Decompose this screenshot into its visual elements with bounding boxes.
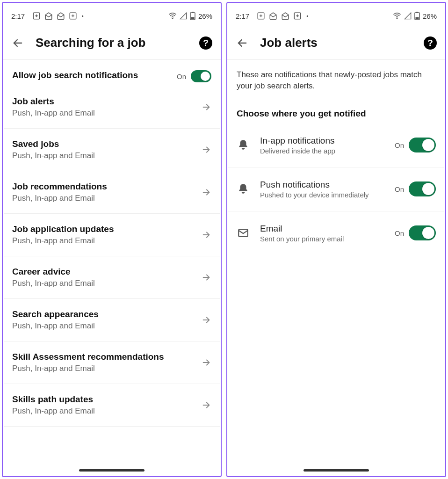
status-bar: 2:17 • 26% (3, 3, 221, 29)
notification-channel-row[interactable]: In-app notifications Delivered inside th… (228, 123, 444, 167)
allow-notifications-toggle[interactable] (191, 70, 211, 82)
setting-sub: Push, In-app and Email (12, 406, 195, 416)
setting-row[interactable]: Job recommendations Push, In-app and Ema… (4, 171, 220, 214)
status-time: 2:17 (11, 12, 25, 20)
chevron-right-icon (201, 102, 211, 112)
chevron-right-icon (201, 272, 211, 283)
svg-point-8 (397, 18, 397, 19)
status-bar: 2:17 • 26% (227, 3, 445, 29)
setting-row[interactable]: Saved jobs Push, In-app and Email (4, 129, 220, 171)
svg-rect-4 (192, 12, 194, 13)
setting-title: Job alerts (12, 96, 195, 107)
home-indicator[interactable] (79, 469, 145, 472)
chevron-right-icon (201, 230, 211, 240)
svg-rect-10 (416, 12, 418, 13)
svg-rect-11 (415, 17, 419, 19)
setting-sub: Push, In-app and Email (12, 194, 195, 203)
channel-sub: Delivered inside the app (260, 147, 384, 155)
toggle-state-text: On (395, 185, 404, 193)
channel-title: Email (260, 224, 384, 234)
setting-sub: Push, In-app and Email (12, 364, 195, 373)
channel-title: In-app notifications (260, 136, 384, 146)
channel-sub: Sent on your primary email (260, 235, 384, 243)
help-button[interactable]: ? (424, 36, 437, 50)
bell-icon (237, 139, 250, 151)
setting-row[interactable]: Job application updates Push, In-app and… (4, 214, 220, 256)
bell-icon (237, 183, 250, 195)
allow-notifications-label: Allow job search notifications (12, 70, 171, 80)
battery-text: 26% (423, 12, 437, 20)
chevron-right-icon (201, 145, 211, 155)
setting-title: Skills path updates (12, 394, 195, 405)
battery-text: 26% (198, 12, 212, 20)
channel-title: Push notifications (260, 180, 384, 190)
setting-sub: Push, In-app and Email (12, 236, 195, 246)
channel-toggle[interactable] (409, 225, 436, 240)
toggle-state-text: On (395, 141, 404, 149)
notification-channel-row[interactable]: Email Sent on your primary email On (228, 211, 444, 255)
setting-row[interactable]: Search appearances Push, In-app and Emai… (4, 299, 220, 341)
status-icon-1 (257, 12, 265, 20)
mail-icon (237, 227, 250, 239)
channel-toggle[interactable] (409, 138, 436, 152)
setting-row[interactable]: Career advice Push, In-app and Email (4, 256, 220, 299)
setting-sub: Push, In-app and Email (12, 109, 195, 118)
toggle-state-text: On (177, 73, 186, 80)
mail-open-icon (269, 12, 277, 20)
status-dot: • (306, 14, 308, 19)
mail-open-icon (44, 12, 53, 20)
setting-row[interactable]: Job alerts Push, In-app and Email (4, 86, 220, 129)
back-button[interactable] (11, 36, 24, 50)
status-time: 2:17 (236, 12, 249, 20)
content-left: Allow job search notifications On Job al… (3, 60, 221, 476)
signal-icon (404, 12, 412, 20)
svg-rect-5 (191, 17, 194, 19)
mail-open-icon-2 (57, 12, 65, 20)
setting-title: Skill Assessment recommendations (12, 352, 195, 362)
mail-open-icon-2 (281, 12, 289, 20)
content-right: These are notifications that newly-poste… (227, 60, 445, 476)
chevron-right-icon (201, 315, 211, 325)
notification-channel-row[interactable]: Push notifications Pushed to your device… (228, 167, 444, 211)
battery-icon (414, 12, 420, 20)
setting-row[interactable]: Skill Assessment recommendations Push, I… (4, 341, 220, 384)
help-button[interactable]: ? (199, 36, 212, 50)
wifi-icon (393, 12, 401, 20)
signal-icon (180, 12, 187, 20)
home-indicator[interactable] (303, 469, 369, 472)
chevron-right-icon (201, 400, 211, 410)
app-header: Job alerts ? (227, 29, 445, 60)
phone-right: 2:17 • 26% Job alerts ? These are notifi… (226, 2, 446, 477)
status-icon-4 (293, 12, 302, 20)
page-title: Searching for a job (36, 36, 188, 50)
wifi-icon (168, 12, 177, 20)
status-dot: • (82, 14, 84, 19)
setting-sub: Push, In-app and Email (12, 279, 195, 288)
svg-point-2 (172, 18, 173, 19)
setting-title: Job recommendations (12, 181, 195, 192)
setting-title: Search appearances (12, 309, 195, 319)
page-title: Job alerts (260, 36, 412, 50)
channel-toggle[interactable] (409, 181, 436, 196)
intro-text: These are notifications that newly-poste… (228, 60, 444, 96)
toggle-state-text: On (395, 229, 404, 237)
phone-left: 2:17 • 26% Searching for a job ? Allow j… (2, 2, 222, 477)
setting-title: Career advice (12, 267, 195, 277)
chevron-right-icon (201, 357, 211, 368)
app-header: Searching for a job ? (3, 29, 221, 60)
setting-title: Saved jobs (12, 139, 195, 149)
chevron-right-icon (201, 187, 211, 197)
setting-sub: Push, In-app and Email (12, 151, 195, 160)
allow-notifications-row[interactable]: Allow job search notifications On (4, 60, 220, 86)
setting-title: Job application updates (12, 224, 195, 234)
section-heading: Choose where you get notified (228, 96, 444, 123)
status-icon-4 (69, 12, 77, 20)
setting-sub: Push, In-app and Email (12, 321, 195, 331)
status-icon-1 (32, 12, 41, 20)
channel-sub: Pushed to your device immediately (260, 191, 384, 199)
setting-row[interactable]: Skills path updates Push, In-app and Ema… (4, 384, 220, 427)
back-button[interactable] (236, 36, 249, 50)
battery-icon (190, 12, 195, 20)
